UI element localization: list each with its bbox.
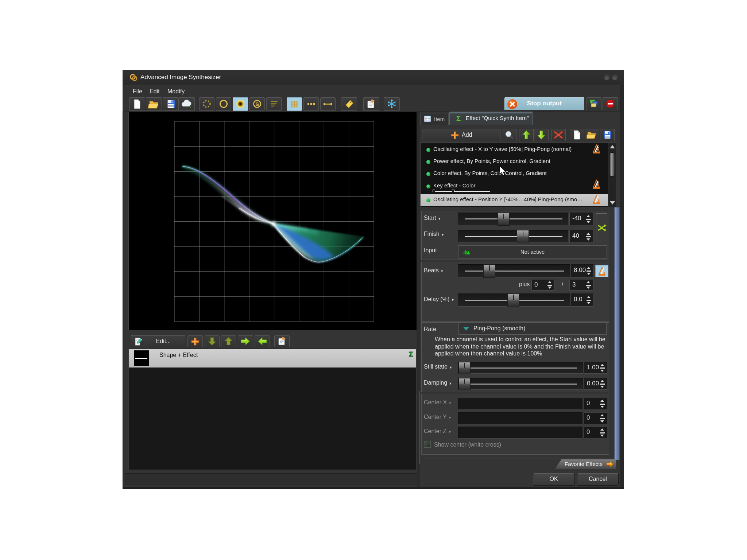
svg-text:S: S	[255, 101, 259, 107]
svg-text:Σ: Σ	[409, 351, 413, 358]
svg-text:Σ: Σ	[456, 114, 461, 122]
